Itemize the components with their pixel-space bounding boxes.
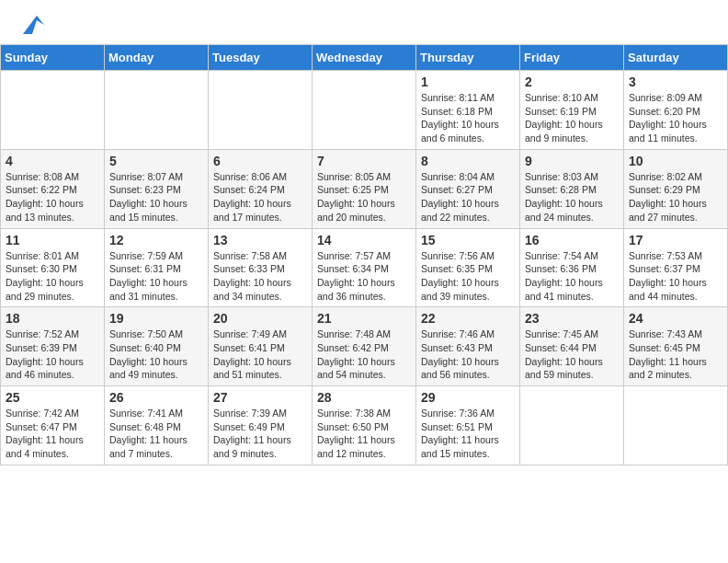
day-info: Sunrise: 8:10 AM Sunset: 6:19 PM Dayligh… <box>525 91 619 145</box>
calendar-cell: 6Sunrise: 8:06 AM Sunset: 6:24 PM Daylig… <box>209 149 313 228</box>
day-number: 10 <box>629 154 722 168</box>
calendar-cell: 4Sunrise: 8:08 AM Sunset: 6:22 PM Daylig… <box>1 149 105 228</box>
day-info: Sunrise: 8:08 AM Sunset: 6:22 PM Dayligh… <box>6 170 99 224</box>
day-number: 16 <box>525 233 619 247</box>
day-number: 27 <box>213 390 307 405</box>
day-number: 1 <box>421 75 515 89</box>
day-number: 15 <box>421 233 515 247</box>
calendar-table: SundayMondayTuesdayWednesdayThursdayFrid… <box>0 44 728 465</box>
day-number: 9 <box>525 154 619 168</box>
day-info: Sunrise: 7:42 AM Sunset: 6:47 PM Dayligh… <box>6 407 99 461</box>
day-number: 8 <box>421 154 515 168</box>
calendar-cell: 8Sunrise: 8:04 AM Sunset: 6:27 PM Daylig… <box>416 149 520 228</box>
logo-icon <box>18 11 46 39</box>
calendar-cell: 17Sunrise: 7:53 AM Sunset: 6:37 PM Dayli… <box>624 228 728 307</box>
day-number: 29 <box>421 390 515 405</box>
calendar-cell: 27Sunrise: 7:39 AM Sunset: 6:49 PM Dayli… <box>209 386 313 465</box>
day-number: 21 <box>317 311 411 326</box>
calendar-cell: 21Sunrise: 7:48 AM Sunset: 6:42 PM Dayli… <box>313 307 416 386</box>
day-info: Sunrise: 7:59 AM Sunset: 6:31 PM Dayligh… <box>109 249 203 304</box>
calendar-cell: 14Sunrise: 7:57 AM Sunset: 6:34 PM Dayli… <box>313 228 416 307</box>
day-number: 23 <box>525 311 619 326</box>
calendar-day-header: Tuesday <box>209 45 313 71</box>
calendar-cell: 7Sunrise: 8:05 AM Sunset: 6:25 PM Daylig… <box>313 149 416 228</box>
day-number: 24 <box>629 311 722 326</box>
day-number: 28 <box>317 390 411 405</box>
calendar-day-header: Wednesday <box>313 45 416 71</box>
calendar-cell: 13Sunrise: 7:58 AM Sunset: 6:33 PM Dayli… <box>209 228 313 307</box>
day-info: Sunrise: 8:05 AM Sunset: 6:25 PM Dayligh… <box>317 170 411 224</box>
calendar-cell <box>520 386 624 465</box>
calendar-cell: 2Sunrise: 8:10 AM Sunset: 6:19 PM Daylig… <box>520 71 624 150</box>
calendar-cell: 15Sunrise: 7:56 AM Sunset: 6:35 PM Dayli… <box>416 228 520 307</box>
calendar-header-row: SundayMondayTuesdayWednesdayThursdayFrid… <box>1 45 728 71</box>
day-number: 2 <box>525 75 619 89</box>
day-number: 3 <box>629 75 722 89</box>
calendar-cell: 20Sunrise: 7:49 AM Sunset: 6:41 PM Dayli… <box>209 307 313 386</box>
calendar-cell: 11Sunrise: 8:01 AM Sunset: 6:30 PM Dayli… <box>1 228 105 307</box>
calendar-cell: 1Sunrise: 8:11 AM Sunset: 6:18 PM Daylig… <box>416 71 520 150</box>
calendar-cell: 10Sunrise: 8:02 AM Sunset: 6:29 PM Dayli… <box>624 149 728 228</box>
calendar-cell: 24Sunrise: 7:43 AM Sunset: 6:45 PM Dayli… <box>624 307 728 386</box>
calendar-cell: 5Sunrise: 8:07 AM Sunset: 6:23 PM Daylig… <box>105 149 209 228</box>
day-info: Sunrise: 8:04 AM Sunset: 6:27 PM Dayligh… <box>421 170 515 224</box>
day-info: Sunrise: 8:11 AM Sunset: 6:18 PM Dayligh… <box>421 91 515 145</box>
day-info: Sunrise: 7:56 AM Sunset: 6:35 PM Dayligh… <box>421 249 515 304</box>
calendar-week-row: 11Sunrise: 8:01 AM Sunset: 6:30 PM Dayli… <box>1 228 728 307</box>
calendar-cell <box>209 71 313 150</box>
day-number: 4 <box>6 154 99 168</box>
day-number: 25 <box>6 390 99 405</box>
day-number: 7 <box>317 154 411 168</box>
day-info: Sunrise: 7:39 AM Sunset: 6:49 PM Dayligh… <box>213 407 307 461</box>
calendar-cell <box>624 386 728 465</box>
day-number: 14 <box>317 233 411 247</box>
day-info: Sunrise: 7:38 AM Sunset: 6:50 PM Dayligh… <box>317 407 411 461</box>
calendar-cell: 3Sunrise: 8:09 AM Sunset: 6:20 PM Daylig… <box>624 71 728 150</box>
day-info: Sunrise: 7:50 AM Sunset: 6:40 PM Dayligh… <box>109 327 203 382</box>
calendar-week-row: 4Sunrise: 8:08 AM Sunset: 6:22 PM Daylig… <box>1 149 728 228</box>
day-info: Sunrise: 7:48 AM Sunset: 6:42 PM Dayligh… <box>317 327 411 382</box>
calendar-cell: 16Sunrise: 7:54 AM Sunset: 6:36 PM Dayli… <box>520 228 624 307</box>
day-info: Sunrise: 7:53 AM Sunset: 6:37 PM Dayligh… <box>629 249 722 304</box>
calendar-cell <box>1 71 105 150</box>
calendar-day-header: Friday <box>520 45 624 71</box>
footer-note <box>0 475 728 482</box>
day-info: Sunrise: 7:57 AM Sunset: 6:34 PM Dayligh… <box>317 249 411 304</box>
calendar-cell: 18Sunrise: 7:52 AM Sunset: 6:39 PM Dayli… <box>1 307 105 386</box>
day-info: Sunrise: 7:45 AM Sunset: 6:44 PM Dayligh… <box>525 327 619 382</box>
day-info: Sunrise: 7:36 AM Sunset: 6:51 PM Dayligh… <box>421 407 515 461</box>
calendar-cell: 23Sunrise: 7:45 AM Sunset: 6:44 PM Dayli… <box>520 307 624 386</box>
calendar-cell: 12Sunrise: 7:59 AM Sunset: 6:31 PM Dayli… <box>105 228 209 307</box>
day-info: Sunrise: 7:54 AM Sunset: 6:36 PM Dayligh… <box>525 249 619 304</box>
day-number: 26 <box>109 390 203 405</box>
calendar-cell: 25Sunrise: 7:42 AM Sunset: 6:47 PM Dayli… <box>1 386 105 465</box>
calendar-cell: 22Sunrise: 7:46 AM Sunset: 6:43 PM Dayli… <box>416 307 520 386</box>
day-number: 19 <box>109 311 203 326</box>
calendar-week-row: 18Sunrise: 7:52 AM Sunset: 6:39 PM Dayli… <box>1 307 728 386</box>
page-header <box>0 0 728 44</box>
calendar-week-row: 1Sunrise: 8:11 AM Sunset: 6:18 PM Daylig… <box>1 71 728 150</box>
calendar-cell: 26Sunrise: 7:41 AM Sunset: 6:48 PM Dayli… <box>105 386 209 465</box>
day-number: 20 <box>213 311 307 326</box>
day-info: Sunrise: 7:46 AM Sunset: 6:43 PM Dayligh… <box>421 327 515 382</box>
day-info: Sunrise: 7:49 AM Sunset: 6:41 PM Dayligh… <box>213 327 307 382</box>
calendar-cell: 9Sunrise: 8:03 AM Sunset: 6:28 PM Daylig… <box>520 149 624 228</box>
day-info: Sunrise: 8:09 AM Sunset: 6:20 PM Dayligh… <box>629 91 722 145</box>
day-info: Sunrise: 8:01 AM Sunset: 6:30 PM Dayligh… <box>6 249 99 304</box>
day-info: Sunrise: 7:41 AM Sunset: 6:48 PM Dayligh… <box>109 407 203 461</box>
calendar-day-header: Thursday <box>416 45 520 71</box>
day-info: Sunrise: 8:06 AM Sunset: 6:24 PM Dayligh… <box>213 170 307 224</box>
day-number: 11 <box>6 233 99 247</box>
calendar-cell <box>105 71 209 150</box>
day-info: Sunrise: 8:02 AM Sunset: 6:29 PM Dayligh… <box>629 170 722 224</box>
calendar-week-row: 25Sunrise: 7:42 AM Sunset: 6:47 PM Dayli… <box>1 386 728 465</box>
day-info: Sunrise: 7:58 AM Sunset: 6:33 PM Dayligh… <box>213 249 307 304</box>
day-number: 22 <box>421 311 515 326</box>
logo <box>15 11 46 39</box>
calendar-cell: 19Sunrise: 7:50 AM Sunset: 6:40 PM Dayli… <box>105 307 209 386</box>
day-info: Sunrise: 8:03 AM Sunset: 6:28 PM Dayligh… <box>525 170 619 224</box>
day-number: 13 <box>213 233 307 247</box>
calendar-cell: 29Sunrise: 7:36 AM Sunset: 6:51 PM Dayli… <box>416 386 520 465</box>
day-number: 6 <box>213 154 307 168</box>
day-number: 12 <box>109 233 203 247</box>
